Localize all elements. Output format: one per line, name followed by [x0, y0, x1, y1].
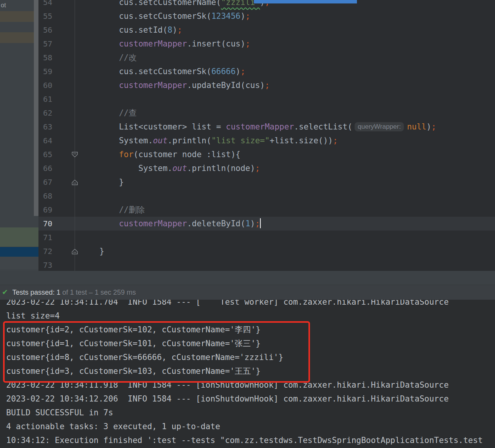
line-number[interactable]: 54: [38, 0, 52, 9]
code-token: for: [119, 150, 133, 159]
code-line[interactable]: customerMapper.updateById(cus);: [80, 78, 270, 92]
project-tree-row-selected[interactable]: [0, 247, 38, 257]
console-output[interactable]: 2023-02-22 10:34:11.704 INFO 1584 --- [ …: [0, 295, 495, 447]
console-line: 10:34:12: Execution finished ':test --te…: [0, 433, 495, 447]
code-token: [80, 219, 119, 228]
gutter-separator: [75, 0, 75, 271]
code-token: }: [80, 247, 104, 256]
code-token: cus.setcCustomerSk(: [80, 12, 211, 21]
code-line[interactable]: cus.setcCustomerName("zzzili");: [80, 0, 270, 9]
blue-accent-bar: [254, 0, 357, 3]
project-panel[interactable]: ot: [0, 0, 38, 271]
code-token: null: [407, 122, 427, 131]
console-line-highlighted: customer{id=2, cCustomerSk=102, cCustome…: [0, 323, 495, 337]
fold-marker-down-icon[interactable]: [72, 151, 78, 158]
code-line[interactable]: customerMapper.insert(cus);: [80, 37, 250, 51]
line-number[interactable]: 71: [38, 231, 52, 244]
line-number[interactable]: 63: [38, 120, 52, 134]
code-line[interactable]: System.out.println(node);: [80, 161, 260, 175]
line-number[interactable]: 55: [38, 9, 52, 23]
code-line[interactable]: cus.setcCustomerSk(66666);: [80, 65, 245, 78]
project-scrollbar-thumb[interactable]: [34, 0, 38, 216]
code-line[interactable]: cus.setId(8);: [80, 23, 182, 37]
code-token: //查: [119, 108, 137, 118]
project-tree-row-muted[interactable]: [0, 257, 38, 269]
code-token: customerMapper: [119, 39, 187, 48]
code-token: ): [250, 219, 255, 228]
code-token: //删除: [119, 205, 145, 214]
code-token: .updateById(cus): [187, 81, 265, 90]
code-line[interactable]: //查: [80, 106, 137, 120]
line-number[interactable]: 69: [38, 203, 52, 217]
code-token: customerMapper: [119, 219, 187, 228]
code-token: ;: [240, 67, 245, 76]
line-number[interactable]: 60: [38, 78, 52, 92]
console-line-highlighted: customer{id=8, cCustomerSk=66666, cCusto…: [0, 350, 495, 364]
line-number[interactable]: 66: [38, 161, 52, 175]
line-number[interactable]: 59: [38, 65, 52, 78]
code-token: ;: [255, 219, 260, 228]
line-number[interactable]: 72: [38, 244, 52, 258]
console-line-highlighted: customer{id=3, cCustomerSk=103, cCustome…: [0, 364, 495, 378]
line-number[interactable]: 62: [38, 106, 52, 120]
code-token: cus.setId(: [80, 25, 168, 35]
code-token: .insert(cus): [187, 39, 245, 48]
code-line[interactable]: for(customer node :list){: [80, 148, 240, 161]
code-token: cus.setcCustomerName(: [80, 0, 221, 7]
parameter-hint: queryWrapper:: [355, 122, 404, 131]
line-number[interactable]: 67: [38, 175, 52, 189]
line-number[interactable]: 73: [38, 258, 52, 271]
line-number[interactable]: 64: [38, 134, 52, 148]
line-number[interactable]: 57: [38, 37, 52, 51]
fold-marker-up-icon[interactable]: [72, 179, 78, 186]
test-status-bar[interactable]: ✔ Tests passed: 1 of 1 test – 1 sec 259 …: [0, 285, 495, 300]
code-token: ): [236, 67, 241, 76]
console-line: 2023-02-22 10:34:11.918 INFO 1584 --- [i…: [0, 378, 495, 392]
code-line[interactable]: System.out.println("list size="+list.siz…: [80, 134, 338, 148]
code-line[interactable]: List<customer> list = customerMapper.sel…: [80, 120, 436, 134]
code-line[interactable]: customerMapper.deleteById(1);: [80, 217, 261, 231]
line-number[interactable]: 65: [38, 148, 52, 161]
code-token: [80, 39, 119, 48]
code-token: out: [153, 136, 168, 145]
console-line: list size=4: [0, 309, 495, 323]
line-number[interactable]: 58: [38, 51, 52, 65]
panel-divider-strip: [0, 271, 495, 285]
code-line[interactable]: //删除: [80, 203, 145, 217]
code-line[interactable]: }: [80, 244, 104, 258]
code-token: ;: [255, 164, 260, 173]
console-line: 4 actionable tasks: 3 executed, 1 up-to-…: [0, 420, 495, 433]
code-token: ): [427, 122, 432, 131]
code-token: ): [172, 25, 177, 35]
line-number[interactable]: 61: [38, 92, 52, 106]
code-token: System.: [80, 136, 153, 145]
project-tree-item-label[interactable]: ot: [1, 2, 6, 9]
project-tree-row-modified-2[interactable]: [0, 32, 38, 43]
code-token: ): [240, 12, 245, 21]
console-line: BUILD SUCCESSFUL in 7s: [0, 406, 495, 420]
code-token: 66666: [211, 67, 235, 76]
code-token: +list.size()): [270, 136, 333, 145]
code-token: [80, 53, 119, 62]
code-token: .println(node): [187, 164, 255, 173]
code-editor[interactable]: 5455565758596061626364656667686970717273…: [38, 0, 495, 271]
code-token: 8: [168, 25, 173, 35]
fold-marker-up-icon[interactable]: [72, 248, 78, 255]
line-number[interactable]: 56: [38, 23, 52, 37]
code-line[interactable]: cus.setcCustomerSk(123456);: [80, 9, 250, 23]
code-token: ;: [177, 25, 182, 35]
project-tree-row-modified-1[interactable]: [0, 11, 38, 22]
text-caret: [260, 218, 261, 228]
code-line[interactable]: //改: [80, 51, 137, 65]
code-token: System.: [80, 164, 172, 173]
code-line[interactable]: }: [80, 175, 124, 189]
line-number[interactable]: 68: [38, 189, 52, 203]
code-token: "list size=": [211, 136, 270, 145]
code-token: List<customer> list =: [80, 122, 226, 131]
code-token: .selectList(: [294, 122, 352, 131]
code-token: 1: [245, 219, 250, 228]
code-token: .println(: [168, 136, 212, 145]
code-token: ;: [245, 39, 250, 48]
line-number[interactable]: 70: [38, 217, 52, 231]
project-tree-row-hover[interactable]: [0, 227, 38, 247]
